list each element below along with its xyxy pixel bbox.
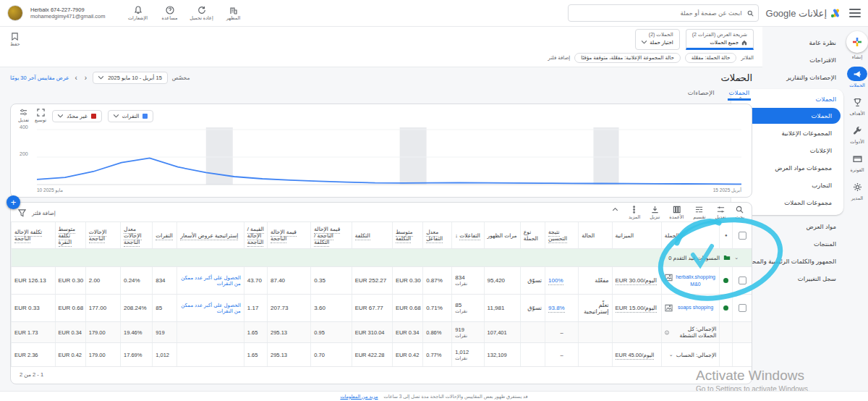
chart-expand-button[interactable]: توسيع <box>35 109 46 123</box>
filter-chip-1[interactable]: حالة المجموعة الإعلانية: مفعّلة، متوقفة … <box>574 53 680 63</box>
column-header-inter[interactable]: التفاعلات ↓ <box>452 222 484 249</box>
footer-link[interactable]: مزيد من المعلومات <box>340 394 378 400</box>
table-toolbar-filter[interactable]: إضافة فلتر <box>18 209 56 217</box>
column-label: الحالة <box>582 232 595 239</box>
save-view-tool[interactable]: حفظ <box>10 33 20 47</box>
campaign-name-link[interactable]: herbalix.shopping M&0 <box>675 274 716 287</box>
column-header-ctype[interactable]: نوع الحملة <box>520 222 545 249</box>
column-header-costconv[interactable]: تكلفة الإحالة الناجحة <box>12 222 56 249</box>
toolbar-adjust-button[interactable]: تعديل <box>715 206 726 220</box>
metric-secondary-dropdown[interactable]: غير محدّد <box>52 110 102 122</box>
cell-inter: 85نقرات <box>452 295 484 322</box>
total-label-text: الإجمالي: كل الحملات النشطة <box>672 326 716 339</box>
add-campaign-fab[interactable]: + <box>7 195 20 209</box>
rail-icon-wrap <box>847 123 867 138</box>
metric-primary-dropdown[interactable]: النقرات <box>108 110 154 122</box>
drafts-group-row[interactable]: ⌄المسودات قيد التقدم 0 <box>12 249 752 267</box>
budget-value[interactable]: EUR 30.00/اليوم <box>616 277 658 285</box>
select-all-checkbox[interactable] <box>739 232 746 240</box>
campaign-row-1[interactable]: soaps shoppingEUR 15.00/اليومتعلّم إسترا… <box>12 295 752 322</box>
cell-irate: 0.77% <box>423 343 452 367</box>
cell-convval: 207.73 <box>268 295 311 322</box>
bid-strategy-link[interactable]: الحصول على أكبر عدد ممكن من النقرات <box>181 275 241 286</box>
date-next-arrow[interactable]: › <box>74 74 79 82</box>
rail-item-billing[interactable]: الفوترة <box>847 151 867 173</box>
budget-value[interactable]: EUR 45.00/اليوم <box>616 352 655 360</box>
column-header-dot[interactable]: ● <box>720 222 733 249</box>
add-filter-link[interactable]: إضافة فلتر <box>548 55 571 61</box>
global-search-input[interactable] <box>573 9 744 17</box>
chart-adjust-button[interactable]: تعديل <box>18 109 29 123</box>
toolbar-more-button[interactable]: المزيد <box>629 206 640 220</box>
google-ads-logo[interactable]: إعلانات Google <box>766 8 842 19</box>
rail-item-create[interactable]: إنشاء <box>846 31 868 60</box>
account-info[interactable]: Herbalx 674-227-7909 mohamedgimy471@gmai… <box>30 7 106 20</box>
row-checkbox[interactable] <box>739 277 746 284</box>
create-button[interactable] <box>846 31 868 53</box>
tab-0[interactable]: الحملات <box>728 87 751 101</box>
wrench-icon <box>853 126 862 135</box>
toolbar-download-button[interactable]: تنزيل <box>650 206 660 220</box>
topbar-action-notifications[interactable]: الإشعارات <box>123 6 153 21</box>
topbar-action-help[interactable]: مساعدة <box>155 6 185 21</box>
toolbar-columns-button[interactable]: الأعمدة <box>669 206 684 220</box>
column-header-valcost[interactable]: قيمة الإحالة الناجحة / التكلفة <box>311 222 352 249</box>
column-header-check[interactable] <box>733 222 752 249</box>
column-header-name[interactable]: الحملة <box>661 222 719 249</box>
rail-item-admin[interactable]: المدير <box>847 180 867 201</box>
bid-strategy-link[interactable]: الحصول على أكبر عدد ممكن من النقرات <box>181 303 241 313</box>
appearance-icon <box>229 6 238 14</box>
column-header-irate[interactable]: معدل التفاعل <box>423 222 452 249</box>
global-search-box[interactable] <box>568 4 759 22</box>
table-pagination[interactable]: 1 - 2 من 2 <box>11 367 752 382</box>
scope-all-campaigns[interactable]: شريحة العرض (الفترات 2) جميع الحملات <box>686 29 754 50</box>
column-header-clicks[interactable]: النقرات <box>153 222 177 249</box>
column-header-status[interactable]: الحالة <box>579 222 612 249</box>
column-header-opt[interactable]: نتيجة التحسين <box>545 222 579 249</box>
campaign-name-link[interactable]: soaps shopping <box>675 304 716 311</box>
avatar[interactable] <box>7 5 23 21</box>
budget-value[interactable]: EUR 15.00/اليوم <box>616 305 658 313</box>
watermark-title: Activate Windows <box>696 368 810 384</box>
column-header-convrate[interactable]: معدل الإحالات الناجحة <box>120 222 152 249</box>
drafts-group-content: ⌄المسودات قيد التقدم 0 <box>14 254 749 261</box>
column-header-impr[interactable]: مرات الظهور <box>484 222 520 249</box>
optimization-score-link[interactable]: 100% <box>548 277 563 285</box>
rail-item-goals[interactable]: الأهداف <box>847 95 867 117</box>
campaign-selector[interactable]: الحملات (2) اختيار حملة <box>635 29 679 50</box>
column-header-cost[interactable]: التكلفة <box>352 222 392 249</box>
toolbar-collapse-button[interactable] <box>611 206 619 214</box>
row-checkbox[interactable] <box>739 304 746 312</box>
toolbar-icon-label: تعديل <box>715 214 726 220</box>
toolbar-icon-label: تقسيم <box>693 214 705 220</box>
rail-item-campaigns[interactable]: الحملات <box>847 67 867 88</box>
column-header-valconv[interactable]: القيمة / الإحالة الناجحة <box>244 222 267 249</box>
plus-create-icon <box>852 37 862 47</box>
line-chart[interactable]: 400 200 15 أبريل 2025 10 مايو 2025 <box>37 127 741 185</box>
date-prev-arrow[interactable]: ‹ <box>83 74 88 82</box>
rail-item-tools[interactable]: الأدوات <box>847 123 867 145</box>
cell-budget: EUR 15.00/اليوم <box>612 295 661 322</box>
account-name: Herbalx 674-227-7909 <box>30 7 85 13</box>
last-30-days-link[interactable]: عرض مقاييس آخر 30 يومًا <box>10 75 69 81</box>
column-header-budget[interactable]: الميزانية <box>612 222 661 249</box>
chevron-down-icon: ⌄ <box>669 352 673 358</box>
filter-chip-0[interactable]: حالة الحملة: مفعّلة <box>685 53 737 63</box>
topbar-action-label: مساعدة <box>162 15 178 21</box>
optimization-score-link[interactable]: 93.8% <box>548 305 565 313</box>
column-header-avgcost[interactable]: متوسط التكلفة <box>392 222 422 249</box>
toolbar-search-button[interactable]: بحث <box>736 206 744 220</box>
tab-1[interactable]: الإحصاءات <box>686 87 716 101</box>
date-range-picker[interactable]: 15 أبريل - 10 مايو 2025 <box>93 72 168 84</box>
column-header-convs[interactable]: الإحالات الناجحة <box>85 222 120 249</box>
column-header-avgcpc[interactable]: متوسط تكلفة النقرة <box>55 222 85 249</box>
column-header-bid[interactable]: إستراتيجية عروض الأسعار <box>177 222 244 249</box>
cell-valcost: 0.35 <box>311 267 352 295</box>
toolbar-segment-button[interactable]: تقسيم <box>693 206 705 220</box>
topbar-action-reload[interactable]: إعادة تحميل <box>187 6 217 21</box>
hamburger-menu-icon[interactable] <box>849 9 861 17</box>
campaign-row-0[interactable]: herbalix.shopping M&0EUR 30.00/اليوممفعّ… <box>12 267 752 295</box>
topbar-action-appearance[interactable]: المظهر <box>218 6 249 21</box>
cell-avgcpc: EUR 0.42 <box>55 343 85 367</box>
column-header-convval[interactable]: قيمة الإحالة الناجحة <box>268 222 311 249</box>
